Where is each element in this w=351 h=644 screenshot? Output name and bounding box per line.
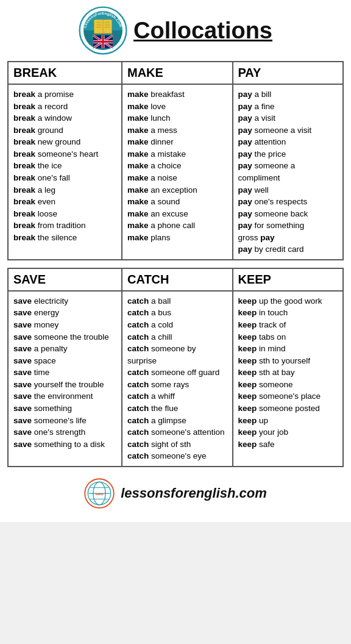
- svg-rect-7: [104, 22, 110, 23]
- save-col: save electricity save energy save money …: [8, 291, 122, 467]
- svg-rect-4: [96, 22, 102, 23]
- footer-text: lessonsforenglish.com: [121, 485, 267, 501]
- page: LessonsForEnglish.Com Colloc: [0, 0, 351, 522]
- header-break: BREAK: [8, 62, 122, 84]
- footer: www lessonsforenglish.com: [7, 474, 344, 512]
- pay-col: pay a bill pay a fine pay a visit pay so…: [233, 84, 344, 260]
- make-col: make breakfast make love make lunch make…: [122, 84, 233, 260]
- svg-rect-6: [96, 27, 102, 28]
- bottom-table: SAVE CATCH KEEP save electricity save en…: [7, 268, 344, 467]
- top-table-row: break a promise break a record break a w…: [8, 84, 343, 260]
- catch-col: catch a ball catch a bus catch a cold ca…: [122, 291, 233, 467]
- bottom-table-row: save electricity save energy save money …: [8, 291, 343, 467]
- header: LessonsForEnglish.Com Colloc: [7, 6, 344, 55]
- header-save: SAVE: [8, 268, 122, 291]
- footer-logo-icon: www: [84, 478, 115, 509]
- header-catch: CATCH: [122, 268, 233, 291]
- header-make: MAKE: [122, 62, 233, 84]
- svg-rect-5: [96, 24, 102, 26]
- top-table: BREAK MAKE PAY break a promise break a r…: [7, 61, 344, 260]
- break-col: break a promise break a record break a w…: [8, 84, 122, 260]
- svg-rect-8: [104, 24, 110, 26]
- logo-icon: LessonsForEnglish.Com: [79, 6, 127, 55]
- header-keep: KEEP: [233, 268, 344, 291]
- svg-rect-18: [93, 41, 113, 43]
- svg-text:www: www: [95, 492, 104, 495]
- keep-col: keep up the good work keep in touch keep…: [233, 291, 344, 467]
- header-pay: PAY: [233, 62, 344, 84]
- page-title: Collocations: [133, 18, 272, 44]
- svg-rect-9: [104, 27, 110, 28]
